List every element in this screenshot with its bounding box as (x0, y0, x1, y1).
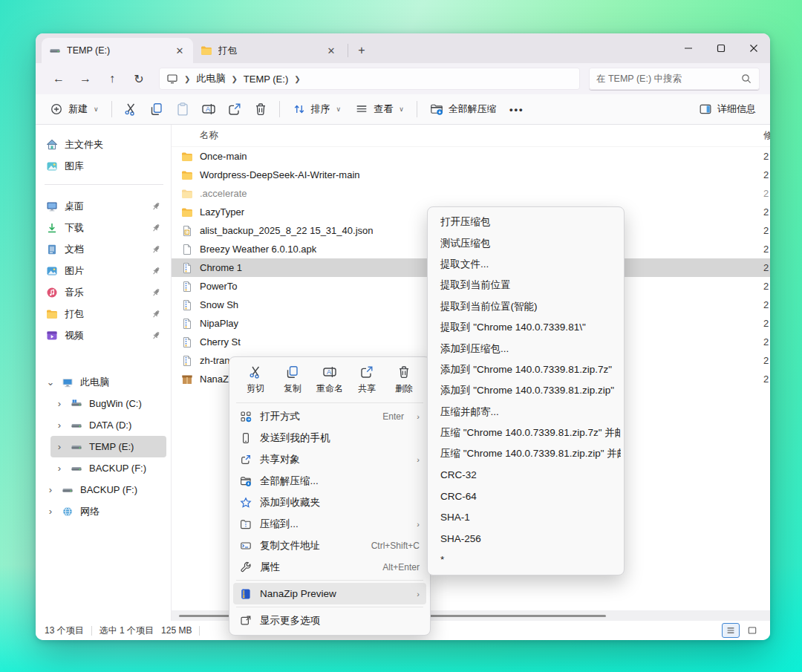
tab-pack[interactable]: 打包 ✕ (193, 38, 345, 63)
sidebar-item-documents[interactable]: 文档 (42, 238, 166, 260)
menu-item-send-to-phone[interactable]: 发送到我的手机 (233, 427, 426, 448)
up-button[interactable]: ↑ (100, 68, 125, 90)
sidebar-item-network[interactable]: › 网络 (42, 500, 166, 522)
rename-menu-button[interactable]: 重命名 (313, 365, 346, 395)
sidebar-item-pack[interactable]: 打包 (42, 303, 166, 324)
view-button[interactable]: 查看 ∨ (348, 97, 411, 121)
share-button[interactable] (222, 97, 247, 121)
file-row[interactable]: .accelerate 2 (172, 184, 770, 203)
chevron-right-icon[interactable]: › (55, 463, 64, 474)
forward-button[interactable]: → (73, 68, 98, 90)
submenu-item-compress-zip-email[interactable]: 压缩 "Chrome 140.0.7339.81.zip.zip" 并邮寄 (431, 443, 621, 464)
rename-button[interactable] (196, 97, 221, 121)
close-button[interactable] (737, 33, 770, 63)
copy-button[interactable] (144, 97, 169, 121)
minimize-icon (684, 44, 693, 53)
refresh-button[interactable]: ↻ (126, 68, 151, 90)
chevron-right-icon[interactable]: › (55, 398, 64, 409)
phone-icon (240, 432, 252, 444)
archive-box-icon (181, 373, 193, 385)
submenu-item-add-to-archive[interactable]: 添加到压缩包... (431, 338, 621, 359)
breadcrumb-current[interactable]: TEMP (E:) (244, 74, 288, 85)
delete-button[interactable] (248, 97, 273, 121)
sidebar-item-drive-d[interactable]: › DATA (D:) (50, 414, 166, 436)
submenu-item-add-to-7z[interactable]: 添加到 "Chrome 140.0.7339.81.zip.7z" (431, 359, 621, 380)
sidebar-item-drive-f2[interactable]: › BACKUP (F:) (42, 479, 166, 500)
cut-menu-button[interactable]: 剪切 (239, 365, 272, 395)
menu-item-share-with[interactable]: 共享对象 › (233, 448, 426, 470)
sidebar-item-gallery[interactable]: 图库 (42, 155, 166, 177)
submenu-item-extract-to-folder[interactable]: 提取到 "Chrome 140.0.7339.81\" (431, 317, 621, 338)
sidebar-item-this-pc[interactable]: ⌄ 此电脑 (42, 371, 166, 393)
sidebar-item-desktop[interactable]: 桌面 (42, 195, 166, 217)
sidebar-item-pictures[interactable]: 图片 (42, 260, 166, 281)
submenu-item-asterisk[interactable]: * (431, 549, 621, 570)
submenu-item-compress-and-email[interactable]: 压缩并邮寄... (431, 402, 621, 423)
copy-menu-button[interactable]: 复制 (276, 365, 309, 395)
date-column-header[interactable]: 修改日期 (763, 129, 770, 142)
sort-button[interactable]: 排序 ∨ (286, 97, 348, 121)
back-button[interactable]: ← (46, 68, 71, 90)
sidebar-item-downloads[interactable]: 下载 (42, 217, 166, 238)
menu-item-properties[interactable]: 属性 Alt+Enter (233, 556, 426, 578)
sidebar-item-drive-c[interactable]: › BugWin (C:) (50, 393, 166, 414)
submenu-item-sha1[interactable]: SHA-1 (431, 506, 621, 527)
star-icon (240, 497, 252, 509)
submenu-item-extract-here-smart[interactable]: 提取到当前位置(智能) (431, 296, 621, 317)
file-row[interactable]: Wordpress-DeepSeek-AI-Writer-main 2 (172, 166, 770, 184)
minimize-button[interactable] (672, 33, 705, 63)
search-box[interactable] (589, 68, 760, 90)
submenu-item-extract-files[interactable]: 提取文件... (431, 254, 621, 275)
submenu-item-sha256[interactable]: SHA-256 (431, 528, 621, 549)
icons-view-button[interactable] (743, 623, 761, 638)
menu-item-nanazip-preview[interactable]: NanaZip Preview › (233, 583, 426, 604)
breadcrumb[interactable]: ❯ 此电脑 ❯ TEMP (E:) ❯ (159, 68, 580, 90)
more-commands-button[interactable]: ••• (504, 97, 529, 121)
tab-temp-e[interactable]: TEMP (E:) ✕ (42, 38, 193, 63)
delete-menu-button[interactable]: 删除 (388, 365, 420, 395)
submenu-item-test-archive[interactable]: 测试压缩包 (431, 232, 621, 253)
search-input[interactable] (596, 74, 740, 84)
chevron-down-icon[interactable]: ⌄ (46, 376, 55, 388)
sidebar-item-drive-e[interactable]: › TEMP (E:) (50, 436, 166, 457)
new-button[interactable]: 新建 ∨ (43, 97, 105, 121)
submenu-item-compress-7z-email[interactable]: 压缩 "Chrome 140.0.7339.81.zip.7z" 并邮寄 (431, 423, 621, 443)
menu-item-add-to-favorites[interactable]: 添加到收藏夹 (233, 492, 426, 513)
name-column-header[interactable]: 名称 (200, 129, 218, 142)
sidebar-item-videos[interactable]: 视频 (42, 324, 166, 346)
file-row[interactable]: Once-main 2 (172, 147, 770, 166)
menu-item-open-with[interactable]: 打开方式 Enter › (233, 405, 426, 427)
submenu-item-open-archive[interactable]: 打开压缩包 (431, 212, 621, 232)
submenu-item-extract-here[interactable]: 提取到当前位置 (431, 275, 621, 296)
menu-item-extract-all[interactable]: 全部解压缩... (233, 470, 426, 492)
menu-item-copy-path[interactable]: 复制文件地址 Ctrl+Shift+C (233, 535, 426, 556)
sidebar-item-home[interactable]: 主文件夹 (42, 134, 166, 155)
submenu-item-crc32[interactable]: CRC-32 (431, 465, 621, 486)
details-view-button[interactable] (722, 623, 740, 638)
breadcrumb-root[interactable]: 此电脑 (196, 72, 225, 85)
submenu-item-add-to-zip[interactable]: 添加到 "Chrome 140.0.7339.81.zip.zip" (431, 380, 621, 401)
new-tab-button[interactable]: + (351, 41, 372, 60)
share-menu-button[interactable]: 共享 (351, 365, 383, 395)
chevron-right-icon[interactable]: › (46, 484, 55, 495)
details-label: 详细信息 (717, 102, 756, 116)
rename-icon (201, 102, 216, 117)
extract-all-button[interactable]: 全部解压缩 (423, 97, 503, 121)
menu-item-compress-to[interactable]: 压缩到... › (233, 513, 426, 535)
file-name: Wordpress-DeepSeek-AI-Writer-main (200, 169, 360, 180)
gallery-icon (46, 160, 58, 172)
tab-close-icon[interactable]: ✕ (174, 45, 186, 56)
sidebar-item-drive-f[interactable]: › BACKUP (F:) (50, 457, 166, 479)
chevron-right-icon[interactable]: › (46, 506, 55, 517)
cut-button[interactable] (118, 97, 143, 121)
share-icon (359, 365, 374, 379)
chevron-right-icon[interactable]: › (55, 441, 64, 452)
chevron-right-icon[interactable]: › (55, 420, 64, 431)
menu-item-show-more-options[interactable]: 显示更多选项 (233, 610, 426, 631)
details-pane-button[interactable]: 详细信息 (692, 97, 763, 121)
maximize-button[interactable] (705, 33, 737, 63)
sidebar-item-music[interactable]: 音乐 (42, 281, 166, 303)
paste-button[interactable] (170, 97, 195, 121)
tab-close-icon[interactable]: ✕ (325, 45, 337, 56)
submenu-item-crc64[interactable]: CRC-64 (431, 486, 621, 506)
